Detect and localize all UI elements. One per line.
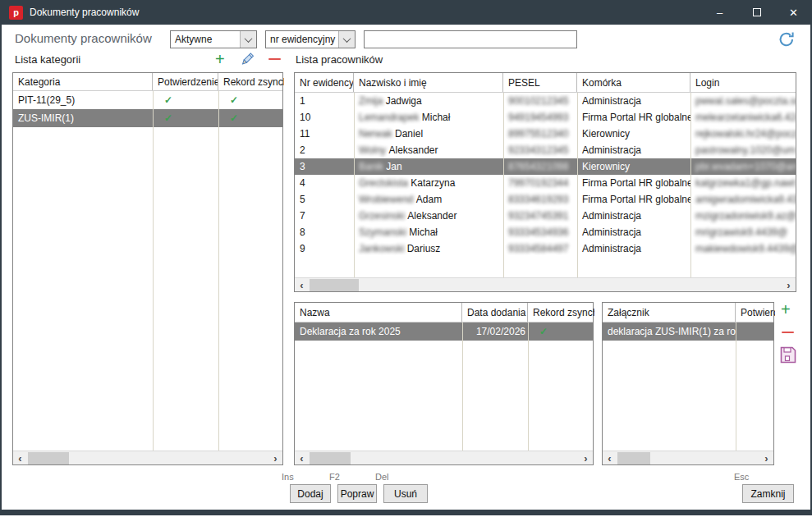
scrollbar-thumb[interactable] (310, 279, 359, 291)
column-header-data-dodania[interactable]: Data dodania (462, 303, 528, 322)
documents-body: Deklaracja za rok 202517/02/2026✓ (295, 323, 593, 451)
category-row[interactable]: PIT-11(29_5)✓✓ (13, 91, 282, 109)
employee-row[interactable]: 11Nerwak Daniel89975512340Kierownicyrejk… (295, 126, 796, 142)
attachment-row[interactable]: deklaracja ZUS-IMIR(1) za rok 20 (603, 323, 773, 341)
column-header-nr-ewidencyjny[interactable]: Nr ewidencyjny (295, 73, 354, 92)
column-header-pesel[interactable]: PESEL (503, 73, 577, 92)
category-row[interactable]: ZUS-IMIR(1)✓✓ (13, 109, 282, 127)
save-attachment-button[interactable] (780, 346, 796, 367)
scroll-right-icon[interactable]: › (579, 451, 593, 464)
employee-row[interactable]: 3Banik Jan87654321098Kierownicypbr.wvada… (295, 158, 796, 175)
remove-attachment-button[interactable] (782, 332, 794, 336)
employee-name: Grectskista Katarzyna (354, 175, 503, 191)
edit-category-button[interactable] (240, 52, 255, 70)
employee-login: katgrzewka1@gp.nawt (690, 175, 796, 191)
scrollbar-thumb[interactable] (28, 452, 69, 464)
column-header-rekord-zsynch[interactable]: Rekord zsynch (528, 303, 594, 322)
employee-row[interactable]: 4Grectskista Katarzyna79970192344Firma P… (295, 175, 796, 191)
minimize-button[interactable]: – (701, 0, 738, 25)
employee-row[interactable]: 7Grzesinski Aleksander93234745391Adminis… (295, 208, 796, 224)
status-filter-dropdown-button[interactable] (240, 31, 256, 48)
employees-heading: Lista pracowników (296, 53, 383, 66)
categories-table-header: Kategoria Potwierdzenie Rekord zsynch (13, 73, 282, 91)
edit-button-group: F2 Popraw (329, 472, 340, 482)
confirmation-check-icon: ✓ (153, 109, 218, 127)
add-button[interactable]: Dodaj (290, 484, 331, 503)
chevron-down-icon (245, 34, 253, 43)
scroll-left-icon[interactable]: ‹ (13, 451, 27, 464)
add-attachment-button[interactable]: + (781, 302, 791, 317)
column-header-nazwa[interactable]: Nazwa (295, 303, 462, 322)
shortcut-label-ins: Ins (282, 472, 294, 482)
close-button[interactable]: ✕ (775, 0, 812, 25)
scroll-left-icon[interactable]: ‹ (603, 451, 617, 464)
employee-row[interactable]: 5Wrobiewend Adam83334619293Firma Portal … (295, 191, 796, 208)
documents-table-header: Nazwa Data dodania Rekord zsynch (295, 303, 593, 323)
app-window: p Dokumenty pracowników – ✕ Dokumenty pr… (0, 0, 812, 517)
scroll-right-icon[interactable]: › (759, 451, 773, 464)
close-button-group: Esc Zamknij (734, 472, 749, 482)
employee-name: Nerwak Daniel (354, 126, 503, 142)
documents-hscrollbar[interactable]: ‹ › (295, 451, 593, 464)
sync-check-icon: ✓ (528, 323, 593, 341)
search-input[interactable] (364, 30, 577, 48)
shortcut-label-esc: Esc (734, 472, 749, 482)
employees-hscrollbar[interactable]: ‹ › (295, 277, 796, 291)
employee-login: rejkowalski.hr24@pocz (690, 126, 796, 142)
column-header-potwierdzenie[interactable]: Potwierd (736, 303, 775, 322)
document-row[interactable]: Deklaracja za rok 202517/02/2026✓ (295, 323, 593, 341)
scroll-left-icon[interactable]: ‹ (295, 278, 309, 291)
attachments-hscrollbar[interactable]: ‹ › (603, 451, 773, 464)
status-filter-select[interactable]: Aktywne (170, 30, 257, 48)
minus-icon (268, 58, 281, 60)
window-border-left (0, 25, 2, 510)
column-divider (153, 91, 154, 451)
employee-row[interactable]: 8Szymanski Michał93334534936Administracj… (295, 224, 796, 240)
column-header-potwierdzenie[interactable]: Potwierdzenie (153, 73, 218, 90)
employee-number: 3 (295, 158, 354, 175)
categories-hscrollbar[interactable]: ‹ › (13, 451, 282, 464)
scrollbar-thumb[interactable] (617, 452, 650, 464)
close-icon: ✕ (789, 7, 798, 19)
search-field-select[interactable]: nr ewidencyjny (265, 30, 356, 48)
employee-row[interactable]: 2Wolny Aleksander92334312345Administracj… (295, 142, 796, 158)
column-header-nazwisko[interactable]: Nazwisko i imię (354, 73, 503, 92)
employee-pesel: 79970192344 (503, 175, 577, 191)
scroll-right-icon[interactable]: › (782, 278, 796, 291)
employee-department: Firma Portal HR globalne tes (577, 175, 690, 191)
document-name: Deklaracja za rok 2025 (295, 323, 462, 341)
employee-name: Banik Jan (354, 158, 503, 175)
attachments-body: deklaracja ZUS-IMIR(1) za rok 20 (603, 323, 773, 451)
edit-button[interactable]: Popraw (337, 484, 377, 503)
employee-row[interactable]: 10Lemandrapek Michał94919454993Firma Por… (295, 109, 796, 126)
column-header-zalacznik[interactable]: Załącznik (603, 303, 736, 322)
employee-login: pbr.wvadam+1070@an (690, 158, 796, 175)
column-divider (736, 323, 736, 451)
column-header-kategoria[interactable]: Kategoria (13, 73, 153, 90)
category-name: ZUS-IMIR(1) (13, 109, 153, 127)
scroll-left-icon[interactable]: ‹ (295, 451, 309, 464)
employee-login: melearzetaniwicka6.424@ (690, 109, 796, 126)
categories-table: Kategoria Potwierdzenie Rekord zsynch PI… (12, 72, 283, 465)
employee-pesel: 87654321098 (503, 158, 577, 175)
employee-row[interactable]: 1Zmija Jadwiga90010212345Administracjapw… (295, 93, 796, 109)
close-window-button[interactable]: Zamknij (742, 484, 794, 503)
employee-row[interactable]: 9Jankowski Dariusz93334584497Administrac… (295, 240, 796, 257)
maximize-button[interactable] (738, 0, 775, 25)
add-category-button[interactable]: + (215, 52, 225, 66)
employee-name: Wrobiewend Adam (354, 191, 503, 208)
status-filter-value: Aktywne (171, 31, 240, 48)
column-divider (462, 323, 463, 451)
remove-category-button[interactable] (268, 58, 281, 63)
employee-department: Kierownicy (577, 158, 690, 175)
column-header-rekord-zsynch[interactable]: Rekord zsynch (218, 73, 284, 90)
scroll-right-icon[interactable]: › (268, 451, 282, 464)
employee-pesel: 93234745391 (503, 208, 577, 224)
column-header-komorka[interactable]: Komórka (577, 73, 690, 92)
scrollbar-thumb[interactable] (310, 452, 351, 464)
refresh-button[interactable] (777, 30, 796, 49)
column-header-login[interactable]: Login (690, 73, 797, 92)
delete-button[interactable]: Usuń (383, 484, 428, 503)
search-field-dropdown-button[interactable] (338, 31, 355, 48)
employee-pesel: 92334312345 (503, 142, 577, 158)
